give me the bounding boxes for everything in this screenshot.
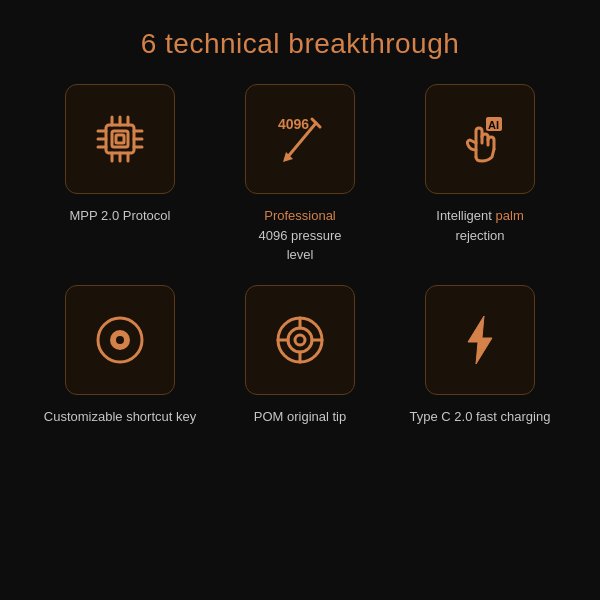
chip-icon [88,107,152,171]
card-shortcut-label: Customizable shortcut key [44,407,196,427]
card-pressure: 4096 Professional 4096 pressurelevel [220,84,380,265]
card-palm-label: Intelligent palmrejection [436,206,523,245]
palm-ai-icon: AI [448,107,512,171]
svg-text:4096: 4096 [278,116,309,132]
card-pom: POM original tip [220,285,380,427]
icon-box-palm: AI [425,84,535,194]
icon-box-shortcut [65,285,175,395]
icon-box-mpp [65,84,175,194]
lightning-icon [448,308,512,372]
svg-text:AI: AI [488,119,499,131]
icon-box-typec [425,285,535,395]
card-pressure-label: Professional 4096 pressurelevel [258,206,341,265]
icon-box-pressure: 4096 [245,84,355,194]
card-palm: AI Intelligent palmrejection [400,84,560,265]
pressure-highlight: Professional [264,208,336,223]
svg-marker-31 [468,316,492,364]
page-title: 6 technical breakthrough [141,28,460,60]
feature-grid: MPP 2.0 Protocol 4096 Professional 4096 … [0,84,600,426]
card-typec-label: Type C 2.0 fast charging [410,407,551,427]
card-mpp-label: MPP 2.0 Protocol [70,206,171,226]
palm-highlight: palm [496,208,524,223]
icon-box-pom [245,285,355,395]
card-pom-label: POM original tip [254,407,346,427]
svg-rect-0 [106,125,134,153]
card-typec: Type C 2.0 fast charging [400,285,560,427]
svg-point-26 [295,335,305,345]
svg-rect-1 [112,131,128,147]
svg-point-25 [288,328,312,352]
svg-rect-14 [116,135,124,143]
shortcut-icon [88,308,152,372]
crosshair-icon [268,308,332,372]
card-mpp: MPP 2.0 Protocol [40,84,200,265]
pen-pressure-icon: 4096 [268,107,332,171]
svg-point-23 [116,336,124,344]
card-shortcut: Customizable shortcut key [40,285,200,427]
